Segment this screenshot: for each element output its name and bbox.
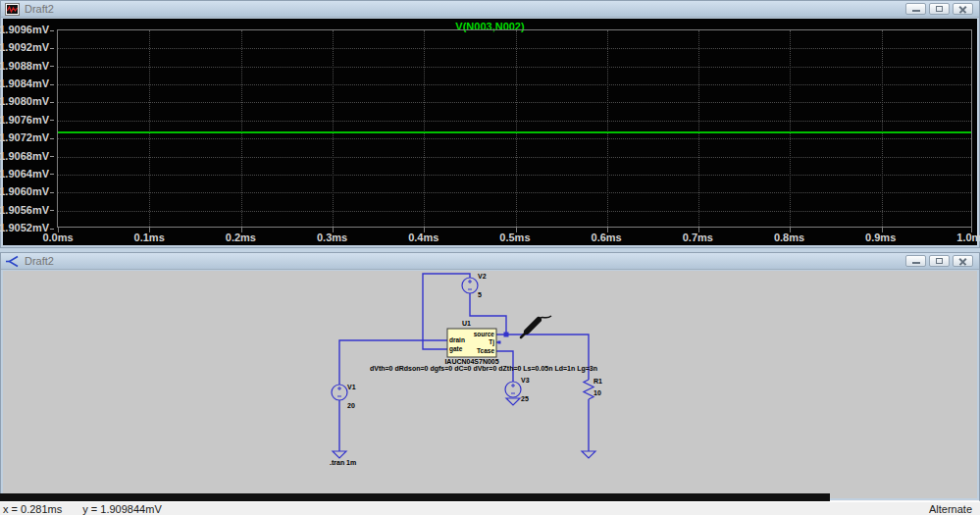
x-tick-label: 1.0ms [955, 232, 980, 243]
u1-pin-gate: gate [449, 345, 463, 353]
waveform-minimize-button[interactable] [905, 3, 926, 15]
u1-pin-drain: drain [449, 336, 465, 343]
status-bar: x = 0.281ms y = 1.909844mV Alternate [0, 501, 980, 515]
x-tick-label: 0.5ms [498, 232, 532, 243]
waveform-restore-button[interactable] [929, 3, 950, 15]
y-tick-label: 1.9076mV [0, 114, 54, 126]
x-axis[interactable]: 0.0ms 0.1ms 0.2ms 0.3ms 0.4ms 0.5ms 0.6m… [41, 232, 980, 243]
x-tick-label: 0.2ms [224, 232, 257, 243]
r1-ref[interactable]: R1 [593, 378, 602, 385]
close-icon [958, 257, 967, 266]
schematic-restore-button[interactable] [929, 255, 950, 267]
r1-value[interactable]: 10 [593, 389, 601, 396]
u1-pin-tj: Tj [489, 338, 494, 346]
v3-ref[interactable]: V3 [521, 377, 530, 384]
minimize-icon [912, 262, 920, 264]
component-r1-resistor[interactable]: R1 10 [584, 378, 602, 399]
tj-terminal-dot [498, 341, 501, 344]
minimize-icon [912, 10, 920, 12]
u1-params[interactable]: dVth=0 dRdson=0 dgfs=0 dC=0 dVbr=0 dZth=… [370, 365, 597, 373]
h-gridline [58, 102, 971, 103]
v-gridline [882, 30, 883, 227]
waveform-close-button[interactable] [953, 3, 973, 15]
u1-pin-source: source [474, 331, 495, 337]
h-gridline [58, 157, 971, 158]
waveform-window-title: Draft2 [25, 3, 54, 15]
u1-ref[interactable]: U1 [462, 320, 471, 327]
component-v2-voltage-source[interactable]: V2 5 [462, 273, 487, 298]
v-gridline [241, 30, 242, 227]
wire-source-r1[interactable] [496, 335, 589, 380]
y-tick-label: 1.9068mV [0, 150, 54, 162]
waveform-icon [5, 3, 20, 16]
wire-drain[interactable] [339, 340, 447, 385]
ground-symbol[interactable] [333, 451, 346, 458]
cursor-x-readout: x = 0.281ms [3, 503, 62, 515]
x-tick-label: 0.9ms [864, 232, 898, 243]
restore-icon [936, 258, 943, 264]
u1-pin-tcase: Tcase [477, 347, 494, 354]
x-tick-label: 0.8ms [773, 232, 806, 243]
y-tick-label: 1.9096mV [0, 24, 54, 35]
x-tick-label: 0.3ms [316, 232, 349, 243]
y-tick-label: 1.9064mV [0, 168, 54, 180]
h-gridline [58, 211, 971, 212]
v1-ref[interactable]: V1 [347, 384, 356, 390]
h-gridline [58, 192, 971, 193]
v-gridline [607, 30, 608, 227]
v-gridline [516, 30, 517, 227]
y-tick-label: 1.9056mV [0, 204, 54, 216]
h-gridline [58, 48, 971, 49]
v2-ref[interactable]: V2 [478, 273, 487, 280]
x-tick-label: 0.0ms [41, 232, 75, 243]
waveform-window-titlebar[interactable]: Draft2 [1, 1, 979, 18]
x-tick-label: 0.1ms [132, 232, 166, 243]
wire-junction-dot [504, 333, 509, 337]
ground-symbol[interactable] [506, 398, 520, 405]
v1-value[interactable]: 20 [347, 402, 355, 409]
u1-part-number[interactable]: IAUCN04S7N005 [444, 358, 498, 365]
x-tick-label: 0.6ms [590, 232, 623, 243]
v-gridline [698, 30, 699, 227]
spice-directive[interactable]: .tran 1m [330, 459, 356, 466]
schematic-window-titlebar[interactable]: Draft2 [1, 253, 979, 270]
v2-value[interactable]: 5 [478, 291, 482, 298]
h-gridline [58, 84, 971, 85]
schematic-close-button[interactable] [953, 255, 973, 267]
trace-line-v-n003-n002 [58, 131, 971, 133]
solver-mode-label: Alternate [929, 503, 980, 515]
schematic-icon [5, 255, 20, 268]
waveform-plot-area[interactable]: V(N003,N002) 1.9096mV 1.9092mV 1.9088mV … [3, 19, 977, 245]
y-tick-label: 1.9060mV [0, 185, 54, 197]
y-axis[interactable]: 1.9096mV 1.9092mV 1.9088mV 1.9084mV 1.90… [3, 24, 54, 233]
cursor-y-readout: y = 1.909844mV [82, 503, 161, 515]
v3-value[interactable]: 25 [521, 395, 529, 402]
v-gridline [149, 30, 150, 227]
schematic-window-title: Draft2 [25, 255, 54, 267]
restore-icon [936, 6, 943, 12]
component-u1-mosfet-model[interactable]: U1 drain gate source Tj Tcase IAUCN04S7N… [370, 320, 597, 373]
component-v3-voltage-source[interactable]: V3 25 [505, 377, 530, 405]
ground-symbol[interactable] [582, 451, 595, 458]
x-tick-label: 0.7ms [681, 232, 714, 243]
schematic-canvas[interactable]: V2 5 V1 20 V3 25 [3, 271, 977, 498]
mdi-background-strip [0, 493, 830, 501]
v-gridline [790, 30, 791, 227]
schematic-minimize-button[interactable] [905, 255, 926, 267]
h-gridline [58, 67, 971, 68]
v-gridline [424, 30, 425, 227]
schematic-window: Draft2 [0, 252, 980, 502]
y-tick-label: 1.9088mV [0, 60, 54, 72]
h-gridline [58, 175, 971, 176]
y-tick-label: 1.9072mV [0, 131, 54, 143]
x-tick-label: 0.4ms [407, 232, 440, 243]
plot-grid-area[interactable] [57, 29, 972, 228]
y-tick-label: 1.9084mV [0, 77, 54, 89]
h-gridline [58, 138, 971, 139]
y-tick-label: 1.9080mV [0, 95, 54, 107]
waveform-window: Draft2 V(N003,N002) 1.9096mV 1.9092mV 1.… [0, 0, 980, 248]
y-tick-label: 1.9092mV [0, 41, 54, 53]
h-gridline [58, 121, 971, 122]
v-gridline [333, 30, 334, 227]
component-v1-voltage-source[interactable]: V1 20 [332, 384, 356, 409]
